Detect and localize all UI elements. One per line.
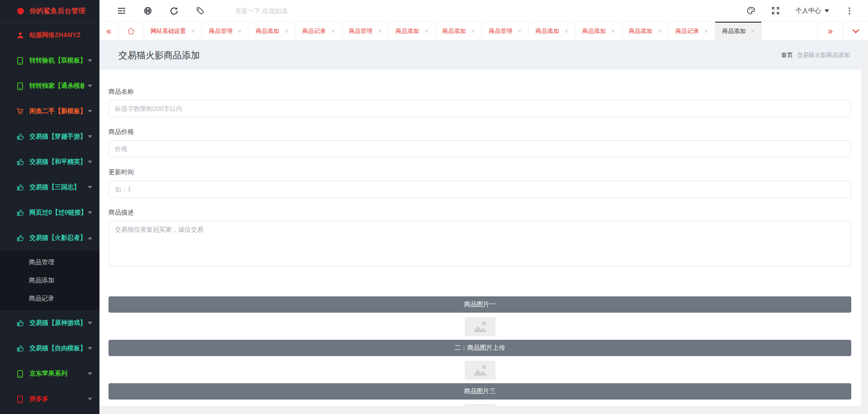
close-icon[interactable]: ×: [751, 28, 755, 34]
breadcrumb-home-link[interactable]: 首页: [781, 51, 793, 59]
phone-icon: [16, 82, 24, 90]
sidebar-item-xianyu[interactable]: 闲鱼二手【新模板】: [0, 99, 99, 124]
close-icon[interactable]: ×: [238, 28, 241, 34]
product-description-textarea[interactable]: 交易猫信誉皇冠买家，诚信交易: [108, 221, 851, 266]
thumbs-up-icon: [16, 184, 24, 191]
tab-6[interactable]: 商品添加×: [435, 22, 482, 40]
collapse-menu-icon[interactable]: [108, 0, 135, 22]
sidebar-item-label: 转转验机【双模板】: [29, 57, 84, 65]
globe-icon[interactable]: [135, 0, 161, 22]
vertical-scrollbar[interactable]: [861, 41, 868, 414]
thumbs-up-icon: [16, 319, 24, 327]
chevron-down-icon: [88, 85, 92, 87]
sidebar-item-jiaoyimao-sanguo[interactable]: 交易猫【三国志】: [0, 175, 99, 200]
theme-palette-icon[interactable]: [739, 0, 763, 22]
product-description-label: 商品描述: [108, 209, 851, 217]
tabs-menu-chevron-icon[interactable]: [843, 22, 868, 40]
close-icon[interactable]: ×: [658, 28, 661, 34]
chevron-down-icon: [88, 347, 92, 350]
upload-image-1-button[interactable]: 商品图片一: [108, 296, 851, 313]
tab-2[interactable]: 商品添加×: [249, 22, 295, 40]
chevron-down-icon: [88, 186, 92, 189]
tag-icon[interactable]: [187, 0, 213, 22]
thumbs-up-icon: [16, 133, 24, 141]
sidebar-item-jiaoyimao-yuanshen[interactable]: 交易猫【原神游戏】: [0, 310, 99, 336]
form-group-name: 商品名称: [108, 88, 851, 117]
tab-5[interactable]: 商品添加×: [389, 22, 435, 40]
tab-1[interactable]: 商品管理×: [202, 22, 249, 40]
topbar-right: 个人中心: [739, 0, 862, 22]
image-placeholder-icon: [472, 320, 489, 333]
tab-8[interactable]: 商品添加×: [529, 22, 576, 40]
app-window: 你的鲨鱼后台管理 站源网络ZHANYZ 转转验机【双模板】 转转: [0, 0, 868, 414]
close-icon[interactable]: ×: [191, 28, 195, 34]
search-input[interactable]: [235, 7, 380, 14]
content: 交易猫火影商品添加 首页 交易猫火影商品添加 商品名称 商品价格: [99, 41, 868, 414]
user-menu[interactable]: 个人中心: [788, 7, 837, 15]
sidebar-item-label: 闲鱼二手【新模板】: [29, 107, 84, 115]
close-icon[interactable]: ×: [704, 28, 708, 34]
tab-12-active[interactable]: 商品添加×: [715, 22, 762, 40]
form-group-update-time: 更新时间: [108, 168, 851, 198]
tab-label: 商品管理: [349, 27, 373, 35]
tab-10[interactable]: 商品添加×: [622, 22, 669, 40]
close-icon[interactable]: ×: [331, 28, 335, 34]
close-icon[interactable]: ×: [471, 28, 475, 34]
sidebar-item-jiaoyimao-ziyou[interactable]: 交易猫【自由模板】: [0, 336, 99, 361]
tabs-scroll-left-icon[interactable]: «: [99, 22, 118, 40]
close-icon[interactable]: ×: [565, 28, 568, 34]
tabs-scroll-right-icon[interactable]: »: [817, 22, 843, 40]
sidebar-item-jiaoyimao-chuanyue[interactable]: 交易猫【穿越手游】: [0, 124, 99, 149]
product-name-input[interactable]: [108, 100, 851, 117]
fullscreen-icon[interactable]: [763, 0, 788, 22]
update-time-input[interactable]: [108, 181, 851, 198]
chevron-down-icon: [88, 211, 92, 214]
page-header: 交易猫火影商品添加 首页 交易猫火影商品添加: [99, 41, 861, 70]
main-area: 个人中心 « 网站基础设置× 商品管理× 商品添加× 商品记录× 商品管理× 商…: [99, 0, 868, 414]
sidebar-item-zhuanzhuan-yanji[interactable]: 转转验机【双模板】: [0, 48, 99, 73]
image-1-preview[interactable]: [465, 317, 495, 336]
upload-image-3-button[interactable]: 商品图片三: [108, 383, 851, 400]
sidebar-item-label: 京东苹果系列: [29, 370, 84, 378]
sidebar-item-zhuanzhuan-dujia[interactable]: 转转独家【通杀模板】: [0, 73, 99, 99]
thumbs-up-icon: [16, 158, 24, 166]
sidebar-item-jingdong-apple[interactable]: 京东苹果系列: [0, 361, 99, 386]
user-menu-label: 个人中心: [796, 7, 821, 15]
more-options-kebab-icon[interactable]: [837, 0, 862, 22]
tab-9[interactable]: 商品添加×: [576, 22, 622, 40]
close-icon[interactable]: ×: [611, 28, 615, 34]
form-group-description: 商品描述 交易猫信誉皇冠买家，诚信交易: [108, 209, 851, 268]
close-icon[interactable]: ×: [425, 28, 428, 34]
app-logo[interactable]: 你的鲨鱼后台管理: [0, 0, 99, 23]
sidebar-item-wangye-guo0[interactable]: 网页过0【过0链接】: [0, 200, 99, 225]
sidebar-item-pinduoduo[interactable]: 拼多多: [0, 386, 99, 412]
close-icon[interactable]: ×: [518, 28, 521, 34]
product-name-label: 商品名称: [108, 88, 851, 96]
product-price-input[interactable]: [108, 140, 851, 157]
phone-icon: [16, 370, 24, 378]
sidebar-item-jiaoyimao-heping[interactable]: 交易猫【和平精英】: [0, 149, 99, 175]
chevron-down-icon: [88, 161, 92, 163]
tab-0[interactable]: 网站基础设置×: [144, 22, 202, 40]
tab-11[interactable]: 商品记录×: [669, 22, 715, 40]
upload-image-2-button[interactable]: 二：商品图片上传: [108, 340, 851, 356]
tab-7[interactable]: 商品管理×: [482, 22, 528, 40]
home-tab[interactable]: [118, 22, 144, 40]
tab-label: 商品添加: [442, 27, 466, 35]
sidebar-item-jiaoyimao-huoying[interactable]: 交易猫【火影忍者】: [0, 225, 99, 251]
sidebar-item-zhanyz[interactable]: 站源网络ZHANYZ: [0, 23, 99, 48]
submenu-item-product-add[interactable]: 商品添加: [0, 271, 99, 290]
submenu-item-product-manage[interactable]: 商品管理: [0, 253, 99, 271]
tab-4[interactable]: 商品管理×: [342, 22, 389, 40]
refresh-icon[interactable]: [161, 0, 187, 22]
close-icon[interactable]: ×: [378, 28, 382, 34]
thumbs-up-icon: [16, 234, 24, 242]
upload-bar-label: 商品图片三: [464, 387, 496, 395]
phone-icon: [16, 57, 24, 65]
image-2-preview[interactable]: [465, 361, 495, 380]
tab-3[interactable]: 商品记录×: [296, 22, 342, 40]
submenu-item-product-record[interactable]: 商品记录: [0, 290, 99, 308]
chevron-down-icon: [825, 10, 829, 12]
close-icon[interactable]: ×: [284, 28, 288, 34]
sidebar-item-label: 交易猫【火影忍者】: [29, 234, 84, 242]
